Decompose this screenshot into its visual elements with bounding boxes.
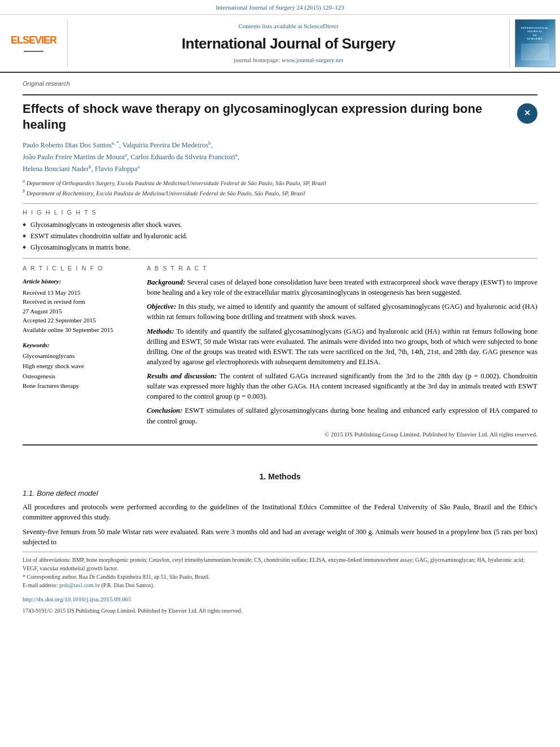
revised-date: 27 August 2015	[23, 307, 135, 316]
abstract-label: A B S T R A C T	[147, 264, 537, 273]
keyword-2: High energy shock wave	[23, 361, 135, 372]
objective-text: In this study, we aimed to identify and …	[147, 303, 537, 321]
journal-homepage-link[interactable]: www.journal-surgery.net	[282, 56, 343, 63]
elsevier-logo: ELSEVIER	[11, 33, 56, 47]
bottom-links: http://dx.doi.org/10.1016/j.ijsu.2015.09…	[0, 589, 560, 606]
crossmark-icon: ✕	[524, 108, 531, 119]
crossmark-badge: ✕	[517, 103, 537, 124]
author-1: Paulo Roberto Dias Dos Santos	[23, 141, 112, 149]
article-history-block: Article history: Received 13 May 2015 Re…	[23, 277, 135, 334]
highlights-section: H I G H L I G H T S Glycosaminoglycans i…	[23, 208, 537, 252]
science-direct-link[interactable]: ScienceDirect	[304, 23, 339, 29]
footnote-email: E-mail address: prds@uo1.com.br (P.R. Di…	[23, 581, 537, 589]
results-label: Results and discussion:	[147, 372, 217, 380]
affiliation-b: b Department of Biochemistry, Escola Pau…	[23, 188, 537, 198]
history-heading: Article history:	[23, 277, 135, 286]
authors-list: Paulo Roberto Dias Dos Santosa, *, Valqu…	[23, 139, 537, 174]
methods-text: To identify and quantify the sulfated gl…	[147, 327, 537, 366]
article-info-label: A R T I C L E I N F O	[23, 264, 135, 273]
keywords-block: Keywords: Glycosaminoglycans High energy…	[23, 341, 135, 391]
elsevier-subtitle: ▬▬▬▬▬	[24, 48, 43, 54]
abstract-col: A B S T R A C T Background: Several case…	[147, 264, 537, 439]
article-title: Effects of shock wave therapy on glycosa…	[23, 101, 517, 133]
footnotes: List of abbreviations: BMP, bone morphog…	[23, 552, 537, 589]
title-top-divider	[23, 94, 537, 95]
received-revised-label: Received in revised form	[23, 297, 135, 307]
section-1-title: 1. Methods	[23, 471, 537, 483]
keyword-1: Glycosaminoglycans	[23, 351, 135, 361]
author-3: João Paulo Freire Martins de Moura	[23, 153, 125, 161]
email-link[interactable]: prds@uo1.com.br	[59, 582, 100, 588]
publisher-logo-area: ELSEVIER ▬▬▬▬▬	[0, 19, 68, 67]
methods-label: Methods:	[147, 327, 174, 335]
abstract-methods: Methods: To identify and quantify the su…	[147, 326, 537, 368]
article-info-divider	[23, 258, 537, 259]
highlights-title: H I G H L I G H T S	[23, 208, 537, 217]
highlights-divider-top	[23, 203, 537, 204]
body-top-divider	[23, 444, 537, 445]
article-info-abstract-row: A R T I C L E I N F O Article history: R…	[23, 264, 537, 439]
keyword-4: Bone fractures therapy	[23, 381, 135, 391]
footnote-abbreviations: List of abbreviations: BMP, bone morphog…	[23, 556, 537, 573]
article-title-row: Effects of shock wave therapy on glycosa…	[23, 101, 537, 133]
received-date: Received 13 May 2015	[23, 288, 135, 298]
highlight-item-2: ESWT stimulates chondroitin sulfate and …	[23, 231, 537, 241]
background-text: Several cases of delayed bone consolidat…	[147, 278, 537, 296]
keyword-3: Osteogenesis	[23, 372, 135, 382]
article-info-col: A R T I C L E I N F O Article history: R…	[23, 264, 135, 439]
author-1-sup: a, *	[112, 140, 119, 146]
affiliation-a: a Department of Orthopaedics Surgery, Es…	[23, 178, 537, 187]
doi-link[interactable]: http://dx.doi.org/10.1016/j.ijsu.2015.09…	[23, 596, 132, 602]
main-content-area: Original research Effects of shock wave …	[0, 73, 560, 462]
methods-para-2: Seventy-five femurs from 50 male Wistar …	[23, 527, 537, 547]
journal-citation: International Journal of Surgery 24 (201…	[0, 0, 560, 15]
author-5: Helena Bonciani Nader	[23, 165, 89, 173]
journal-cover-image: INTERNATIONALJOURNALOFSURGERY	[515, 19, 555, 67]
footnote-corresponding: * Corresponding author. Rua Dr Candido E…	[23, 573, 537, 581]
conclusion-text: ESWT stimulates of sulfated glycosaminog…	[147, 407, 537, 425]
science-direct-line: Contents lists available at ScienceDirec…	[238, 22, 338, 30]
background-label: Background:	[147, 278, 185, 286]
objective-label: Objective:	[147, 303, 176, 311]
article-type: Original research	[23, 80, 537, 88]
methods-para-1: All procedures and protocols were perfor…	[23, 502, 537, 522]
email-label: E-mail address:	[23, 582, 59, 588]
abstract-objective: Objective: In this study, we aimed to id…	[147, 302, 537, 322]
body-section: 1. Methods 1.1. Bone defect model All pr…	[0, 471, 560, 547]
journal-header: ELSEVIER ▬▬▬▬▬ Contents lists available …	[0, 15, 560, 73]
journal-homepage-line: journal homepage: www.journal-surgery.ne…	[234, 56, 343, 64]
journal-title-area: Contents lists available at ScienceDirec…	[68, 19, 509, 67]
subsection-1-1-title: 1.1. Bone defect model	[23, 488, 537, 499]
abstract-background: Background: Several cases of delayed bon…	[147, 277, 537, 298]
available-online-date: Available online 30 September 2015	[23, 325, 135, 335]
bottom-copyright: 1743-9191/© 2015 IJS Publishing Group Li…	[0, 607, 560, 621]
highlight-item-1: Glycosaminoglycans in osteogenesis after…	[23, 220, 537, 230]
highlight-item-3: Glycosaminoglycans in matrix bone.	[23, 243, 537, 252]
conclusion-label: Conclusion:	[147, 407, 182, 414]
abstract-conclusion: Conclusion: ESWT stimulates of sulfated …	[147, 405, 537, 426]
journal-name: International Journal of Surgery	[182, 33, 395, 54]
affiliations: a Department of Orthopaedics Surgery, Es…	[23, 178, 537, 198]
abstract-results: Results and discussion: The content of s…	[147, 371, 537, 401]
abstract-copyright: © 2015 IJS Publishing Group Limited. Pub…	[147, 430, 537, 439]
journal-cover-area: INTERNATIONALJOURNALOFSURGERY	[509, 19, 560, 67]
keywords-heading: Keywords:	[23, 341, 135, 350]
accepted-date: Accepted 22 September 2015	[23, 316, 135, 325]
